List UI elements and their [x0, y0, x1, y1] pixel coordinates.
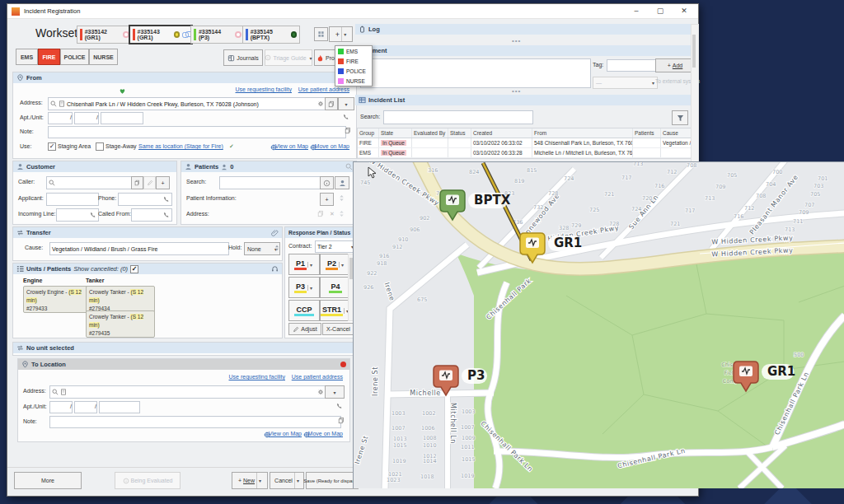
table-row[interactable]: FIREIn Queue03/10/2022 06:33:02548 Chise… — [358, 138, 692, 148]
headset-icon[interactable] — [271, 265, 279, 273]
to-apt-field-1[interactable] — [49, 401, 73, 413]
gear-icon[interactable] — [317, 100, 324, 107]
save-button[interactable]: Save (Ready for dispatch) — [306, 472, 359, 489]
to-note-input[interactable] — [49, 416, 341, 428]
splitter-handle[interactable]: ••• — [512, 87, 521, 95]
address-copy-button[interactable] — [325, 97, 338, 110]
column-header[interactable]: Evaluated By — [412, 128, 448, 138]
external-system-dropdown[interactable]: — ▾ — [593, 77, 658, 89]
workset-tab[interactable]: #335144 (P3) — [190, 26, 245, 44]
patients-search-input[interactable] — [219, 176, 321, 189]
workset-tab[interactable]: #335142 (GR1) — [77, 26, 133, 44]
apt-field-1[interactable] — [48, 112, 73, 124]
from-address-input[interactable]: Chisenhall Park Ln / W Hidden Creek Pkwy… — [48, 97, 326, 110]
column-header[interactable]: State — [379, 128, 412, 138]
contract-dropdown[interactable]: Tier 2 ▾ — [315, 240, 356, 253]
to-apt-field-3[interactable] — [99, 401, 140, 413]
called-from-input[interactable] — [131, 208, 172, 222]
column-header[interactable]: Group — [358, 128, 379, 138]
spinner-icon[interactable] — [274, 243, 280, 253]
unit-chip[interactable]: Crowely Engine - (S 12 min)#279433 — [23, 286, 92, 313]
add-comment-button[interactable]: + Add — [655, 58, 695, 72]
column-header[interactable]: Cause — [661, 128, 692, 138]
menu-item-fire[interactable]: FIRE — [335, 56, 372, 66]
plan-button-p4[interactable]: P4 — [320, 277, 351, 298]
patient-info-button[interactable] — [320, 176, 334, 189]
updown-icon[interactable] — [338, 210, 345, 217]
adjust-button[interactable]: Adjust — [288, 323, 321, 335]
same-as-location-link[interactable]: Same as location (Stage for Fire) — [138, 143, 223, 149]
workset-tab[interactable]: #335145 (BPTX) — [242, 26, 300, 44]
caller-copy-button[interactable] — [131, 176, 143, 189]
move-on-map-link[interactable]: Move on Map — [308, 431, 343, 436]
cancel-button[interactable]: Cancel ▾ — [270, 472, 304, 489]
stage-away-checkbox[interactable] — [96, 142, 104, 151]
caller-input[interactable] — [46, 176, 134, 189]
apt-field-3[interactable] — [101, 112, 143, 124]
table-row[interactable]: EMSIn Queue03/10/2022 06:33:28Michelle L… — [358, 148, 692, 158]
to-address-type-dropdown[interactable]: ▾ — [325, 385, 345, 399]
use-patient-address-link[interactable]: Use patient address — [298, 86, 349, 92]
workset-tab[interactable]: #335143 (GR1) — [129, 25, 193, 44]
incoming-line-input[interactable] — [56, 208, 99, 222]
view-on-map-link[interactable]: View on Map — [275, 143, 308, 149]
plan-button-p1[interactable]: P1▾ — [288, 254, 320, 275]
filter-button[interactable] — [672, 110, 688, 125]
use-patient-address-link[interactable]: Use patient address — [292, 374, 343, 380]
column-header[interactable]: From — [532, 128, 633, 138]
x-cancel-button[interactable]: X-Cancel — [322, 323, 354, 335]
add-incident-button[interactable]: + ▾ — [329, 26, 353, 42]
updown-icon[interactable] — [338, 194, 345, 202]
apt-field-2[interactable] — [74, 112, 99, 124]
menu-item-ems[interactable]: EMS — [335, 46, 372, 56]
being-evaluated-button[interactable]: Being Evaluated — [115, 472, 181, 489]
paperclip-icon[interactable] — [271, 229, 279, 236]
service-button-fire[interactable]: FIRE — [38, 49, 60, 65]
gear-icon[interactable] — [317, 389, 324, 395]
map-canvas[interactable]: W Hidden Creek PkwySE Hidden Creek PkwyW… — [354, 162, 844, 488]
service-button-nurse[interactable]: NURSE — [89, 49, 118, 65]
search-icon[interactable] — [345, 163, 353, 170]
maximize-button[interactable]: ▢ — [650, 6, 670, 17]
new-button[interactable]: + New ▾ — [232, 472, 268, 489]
tag-input[interactable] — [607, 59, 656, 72]
patient-information-add-button[interactable]: + — [320, 193, 334, 206]
phone-input[interactable] — [118, 193, 172, 206]
service-button-police[interactable]: POLICE — [60, 49, 89, 65]
splitter-handle[interactable]: ••• — [512, 37, 521, 44]
to-address-input[interactable] — [49, 385, 326, 399]
patient-add-button[interactable] — [335, 176, 349, 189]
map-panel[interactable]: W Hidden Creek PkwySE Hidden Creek PkwyW… — [353, 161, 844, 488]
column-header[interactable]: Status — [448, 128, 471, 138]
caller-edit-button[interactable] — [143, 176, 156, 189]
unit-chip[interactable]: Crowely Tanker - (S 12 min)#279435 — [86, 310, 155, 338]
menu-item-police[interactable]: POLICE — [335, 66, 372, 76]
plan-button-ccp[interactable]: CCP — [288, 300, 320, 321]
comment-textarea[interactable] — [360, 58, 591, 88]
service-button-ems[interactable]: EMS — [16, 49, 38, 65]
plan-button-str1[interactable]: STR1▾ — [320, 300, 351, 321]
view-on-map-link[interactable]: View on Map — [269, 431, 302, 436]
triage-guide-button[interactable]: Triage Guide ▾ — [265, 49, 312, 66]
workset-grid-button[interactable] — [314, 27, 328, 41]
to-apt-field-2[interactable] — [74, 401, 97, 413]
column-header[interactable]: Created — [471, 128, 532, 138]
copy-icon[interactable] — [317, 210, 324, 217]
journals-button[interactable]: Journals — [223, 49, 263, 66]
unit-chip[interactable]: Crowely Tanker - (S 12 min)#279434 — [86, 286, 155, 313]
log-header[interactable]: Log ▾ — [355, 24, 698, 35]
clear-icon[interactable]: ✕ — [330, 211, 335, 217]
show-cancelled-checkbox[interactable]: ✓ — [130, 265, 138, 273]
applicant-input[interactable] — [46, 193, 99, 206]
staging-area-checkbox[interactable]: ✓ — [48, 142, 56, 151]
minimize-button[interactable]: – — [626, 6, 646, 17]
from-note-input[interactable] — [48, 126, 346, 138]
more-button[interactable]: More — [14, 472, 82, 489]
cause-input[interactable]: Vegetation / Wildland / Brush / Grass Fi… — [49, 242, 229, 255]
plan-button-p2[interactable]: P2▾ — [320, 254, 351, 275]
use-requesting-facility-link[interactable]: Use requesting facility — [229, 374, 285, 380]
caller-add-button[interactable]: + — [156, 176, 170, 189]
incident-search-input[interactable] — [383, 110, 533, 124]
menu-item-nurse[interactable]: NURSE — [335, 76, 372, 86]
column-header[interactable]: Patients — [633, 128, 661, 138]
